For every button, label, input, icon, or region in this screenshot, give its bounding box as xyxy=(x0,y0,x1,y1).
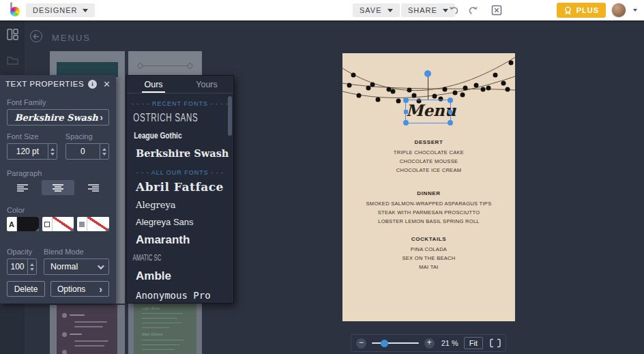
background-color-swatch[interactable] xyxy=(77,217,109,231)
resize-handle-right[interactable] xyxy=(448,110,452,114)
font-family-value: Berkshire Swash xyxy=(13,113,100,123)
menu-title-text: Menu xyxy=(406,102,450,118)
zoom-out-button[interactable]: − xyxy=(356,338,366,349)
caret-down-icon xyxy=(387,9,393,12)
color-label: Color xyxy=(7,206,109,214)
align-center-button[interactable] xyxy=(42,180,74,195)
blend-mode-label: Blend Mode xyxy=(44,248,102,256)
align-right-button[interactable] xyxy=(77,180,109,195)
blend-mode-value: Normal xyxy=(50,262,98,271)
close-panel-icon[interactable]: ✕ xyxy=(103,80,111,89)
opacity-value: 100 xyxy=(8,259,27,274)
outline-color-swatch[interactable] xyxy=(42,217,74,231)
font-item-alegreya[interactable]: Alegreya xyxy=(127,196,233,213)
save-button[interactable]: SAVE xyxy=(353,3,400,17)
tab-ours[interactable]: Ours xyxy=(127,76,180,93)
font-item-alegreya-sans[interactable]: Alegreya Sans xyxy=(127,213,233,231)
all-fonts-header: - - - ALL OUR FONTS - - - xyxy=(127,169,233,176)
panel-title: TEXT PROPERTIES xyxy=(5,80,88,88)
zoom-in-button[interactable]: + xyxy=(424,338,435,349)
spacing-stepper[interactable] xyxy=(100,144,108,159)
designer-mode-dropdown[interactable]: DESIGNER xyxy=(26,3,95,17)
template-thumbnail[interactable] xyxy=(50,305,125,354)
templates-panel-header: MENUS xyxy=(25,20,211,51)
menu-section-dessert[interactable]: DESSERT TRIPLE CHOCOLATE CAKE CHOCOLATE … xyxy=(342,139,515,175)
dropdown-pointer xyxy=(126,111,127,121)
save-label: SAVE xyxy=(360,6,382,14)
paragraph-label: Paragraph xyxy=(7,169,109,177)
align-left-icon xyxy=(17,184,29,192)
layouts-icon[interactable] xyxy=(7,29,18,43)
rotate-handle[interactable] xyxy=(424,70,431,77)
font-item-ostrich-sans[interactable]: Ostrich Sans xyxy=(127,108,203,127)
options-button[interactable]: Options › xyxy=(50,281,109,297)
recent-fonts-header: - - - - RECENT FONTS - - - - xyxy=(127,100,233,107)
design-canvas[interactable]: Menu DESSERT TRIPLE CHOCOLATE CAKE CHOCO… xyxy=(342,53,515,321)
templates-category-title: MENUS xyxy=(52,33,91,43)
befunky-logo-icon[interactable] xyxy=(8,4,20,16)
fullscreen-icon[interactable] xyxy=(490,338,501,348)
info-icon[interactable]: i xyxy=(88,80,97,89)
share-label: SHARE xyxy=(408,6,437,14)
badge-icon xyxy=(564,6,572,15)
caret-down-icon xyxy=(83,9,88,12)
close-project-icon[interactable] xyxy=(490,3,503,17)
back-arrow-icon[interactable] xyxy=(30,30,42,42)
align-right-icon xyxy=(87,184,99,192)
plus-upgrade-button[interactable]: PLUS xyxy=(557,3,606,18)
opacity-stepper[interactable] xyxy=(27,259,36,274)
font-item-amatic-sc[interactable]: Amatic SC xyxy=(127,250,196,266)
resize-handle-bottom-right[interactable] xyxy=(448,120,453,126)
undo-icon[interactable] xyxy=(447,3,460,17)
font-item-anonymous-pro[interactable]: Anonymous Pro xyxy=(127,286,233,304)
redo-icon[interactable] xyxy=(467,3,480,17)
opacity-input[interactable]: 100 xyxy=(7,259,37,275)
menu-section-cocktails[interactable]: COCKTAILS PINA COLADA SEX ON THE BEACH M… xyxy=(342,236,515,271)
font-item-berkshire-swash[interactable]: Berkshire Swash xyxy=(127,143,233,162)
selected-text-element[interactable]: Menu xyxy=(405,100,451,123)
plus-label: PLUS xyxy=(576,6,599,14)
tab-yours[interactable]: Yours xyxy=(180,76,233,93)
delete-button[interactable]: Delete xyxy=(7,281,45,297)
zoom-toolbar: − + 21 % Fit xyxy=(351,334,506,352)
user-avatar[interactable] xyxy=(611,3,626,18)
top-bar: DESIGNER SAVE SHARE PLUS xyxy=(0,0,644,20)
font-item-abril-fatface[interactable]: Abril Fatface xyxy=(127,177,233,196)
resize-handle-left[interactable] xyxy=(404,110,408,114)
zoom-slider-track[interactable] xyxy=(372,342,419,344)
dropdown-scrollbar[interactable] xyxy=(228,96,232,136)
resize-handle-top-right[interactable] xyxy=(448,98,453,103)
thumb-heading: Light Bites xyxy=(142,306,160,310)
text-color-swatch[interactable]: A xyxy=(7,217,39,231)
font-size-input[interactable]: 120 pt xyxy=(7,143,57,160)
template-thumbnail[interactable]: Light Bites Main Dishes xyxy=(128,302,202,354)
chevron-down-icon xyxy=(98,263,104,269)
app-window: DESIGNER SAVE SHARE PLUS xyxy=(0,0,644,354)
font-family-field[interactable]: Berkshire Swash › xyxy=(7,109,109,126)
text-color-icon: A xyxy=(7,217,17,231)
font-size-stepper[interactable] xyxy=(48,144,57,159)
resize-handle-bottom-left[interactable] xyxy=(403,120,409,126)
blend-mode-select[interactable]: Normal xyxy=(44,259,109,275)
spacing-input[interactable]: 0 xyxy=(65,143,109,160)
spacing-value: 0 xyxy=(66,144,100,159)
font-family-label: Font Family xyxy=(7,98,109,106)
opacity-label: Opacity xyxy=(7,248,30,256)
font-picker-dropdown: Ours Yours - - - - RECENT FONTS - - - - … xyxy=(126,75,234,304)
text-properties-panel: TEXT PROPERTIES i ✕ Font Family Berkshir… xyxy=(0,75,116,304)
outline-square-icon xyxy=(42,217,53,231)
font-item-league-gothic[interactable]: League Gothic xyxy=(127,127,210,143)
font-item-amble[interactable]: Amble xyxy=(127,266,233,286)
folder-icon[interactable] xyxy=(7,56,18,68)
menu-section-dinner[interactable]: DINNER SMOKED SALMON-WRAPPED ASPARAGUS T… xyxy=(342,190,515,226)
chevron-right-icon: › xyxy=(100,113,103,122)
font-size-label: Font Size xyxy=(7,132,50,141)
account-caret-icon[interactable] xyxy=(633,9,637,12)
font-item-amaranth[interactable]: Amaranth xyxy=(127,231,233,250)
resize-handle-top-left[interactable] xyxy=(403,98,409,103)
selection-stem-line xyxy=(428,74,428,100)
align-left-button[interactable] xyxy=(7,180,39,195)
zoom-slider-handle[interactable] xyxy=(381,340,388,347)
fit-button[interactable]: Fit xyxy=(464,337,483,349)
font-size-value: 120 pt xyxy=(8,144,48,159)
